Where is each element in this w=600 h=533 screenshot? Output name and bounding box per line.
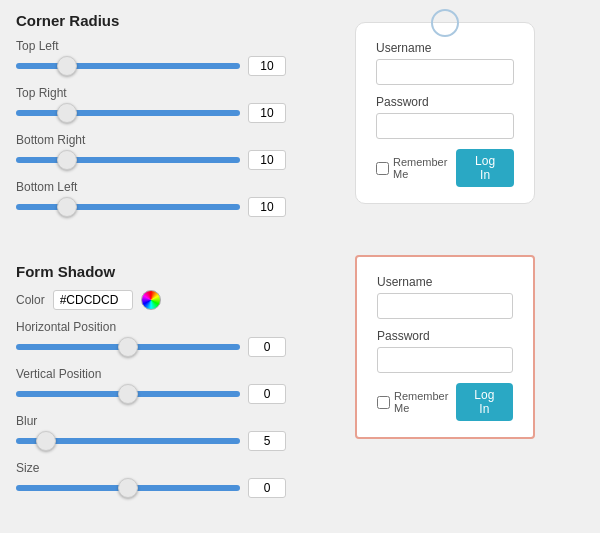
shadow-preview: Username Password Remember Me Log In bbox=[306, 245, 584, 439]
bottom-left-slider[interactable] bbox=[16, 204, 240, 210]
preview-username-label-bottom: Username bbox=[377, 275, 513, 289]
preview-remember-me-top[interactable]: Remember Me bbox=[376, 156, 456, 180]
color-wheel-icon[interactable] bbox=[141, 290, 161, 310]
remember-me-checkbox-top[interactable] bbox=[376, 162, 389, 175]
top-left-label: Top Left bbox=[16, 39, 286, 53]
bottom-right-slider[interactable] bbox=[16, 157, 240, 163]
preview-password-label-top: Password bbox=[376, 95, 514, 109]
vertical-position-label: Vertical Position bbox=[16, 367, 286, 381]
corner-radius-preview: Username Password Remember Me Log In bbox=[306, 12, 584, 204]
horizontal-position-label: Horizontal Position bbox=[16, 320, 286, 334]
form-shadow-title: Form Shadow bbox=[16, 263, 286, 280]
top-right-label: Top Right bbox=[16, 86, 286, 100]
preview-password-label-bottom: Password bbox=[377, 329, 513, 343]
color-row: Color bbox=[16, 290, 286, 310]
top-right-control: Top Right bbox=[16, 86, 286, 123]
bottom-left-value[interactable] bbox=[248, 197, 286, 217]
preview-form-top: Username Password Remember Me Log In bbox=[355, 22, 535, 204]
preview-form-bottom: Username Password Remember Me Log In bbox=[355, 255, 535, 439]
vertical-position-control: Vertical Position bbox=[16, 367, 286, 404]
size-label: Size bbox=[16, 461, 286, 475]
bottom-left-control: Bottom Left bbox=[16, 180, 286, 217]
blur-label: Blur bbox=[16, 414, 286, 428]
bottom-right-control: Bottom Right bbox=[16, 133, 286, 170]
blur-slider[interactable] bbox=[16, 438, 240, 444]
top-right-value[interactable] bbox=[248, 103, 286, 123]
corner-radius-title: Corner Radius bbox=[16, 12, 286, 29]
blur-value[interactable] bbox=[248, 431, 286, 451]
color-label: Color bbox=[16, 293, 45, 307]
size-slider[interactable] bbox=[16, 485, 240, 491]
preview-login-btn-top[interactable]: Log In bbox=[456, 149, 514, 187]
blur-control: Blur bbox=[16, 414, 286, 451]
size-control: Size bbox=[16, 461, 286, 498]
size-value[interactable] bbox=[248, 478, 286, 498]
preview-password-input-bottom[interactable] bbox=[377, 347, 513, 373]
top-left-control: Top Left bbox=[16, 39, 286, 76]
preview-username-input-bottom[interactable] bbox=[377, 293, 513, 319]
form-shadow-section: Form Shadow Color Horizontal Position Ve… bbox=[16, 245, 286, 508]
preview-username-input-top[interactable] bbox=[376, 59, 514, 85]
preview-password-input-top[interactable] bbox=[376, 113, 514, 139]
preview-username-label-top: Username bbox=[376, 41, 514, 55]
preview-login-btn-bottom[interactable]: Log In bbox=[456, 383, 513, 421]
bottom-right-label: Bottom Right bbox=[16, 133, 286, 147]
bottom-right-value[interactable] bbox=[248, 150, 286, 170]
color-value-input[interactable] bbox=[53, 290, 133, 310]
corner-circle-icon bbox=[431, 9, 459, 37]
bottom-left-label: Bottom Left bbox=[16, 180, 286, 194]
horizontal-position-value[interactable] bbox=[248, 337, 286, 357]
vertical-position-slider[interactable] bbox=[16, 391, 240, 397]
preview-remember-me-bottom[interactable]: Remember Me bbox=[377, 390, 456, 414]
horizontal-position-slider[interactable] bbox=[16, 344, 240, 350]
horizontal-position-control: Horizontal Position bbox=[16, 320, 286, 357]
top-left-slider[interactable] bbox=[16, 63, 240, 69]
top-right-slider[interactable] bbox=[16, 110, 240, 116]
vertical-position-value[interactable] bbox=[248, 384, 286, 404]
top-left-value[interactable] bbox=[248, 56, 286, 76]
remember-me-checkbox-bottom[interactable] bbox=[377, 396, 390, 409]
